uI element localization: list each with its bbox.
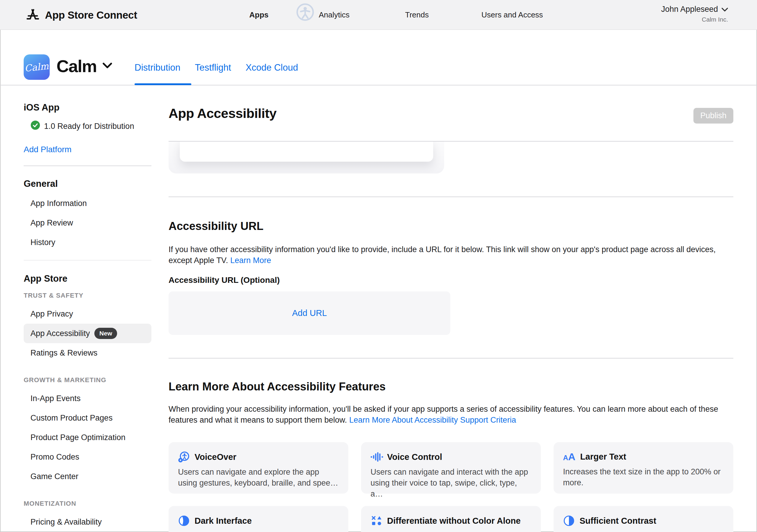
version-status[interactable]: 1.0 Ready for Distribution (24, 121, 151, 132)
feature-card-larger-text: AA Larger Text Increases the text size i… (554, 442, 733, 493)
top-navigation-bar: App Store Connect Apps Analytics Trends … (0, 0, 757, 30)
sidebar-item-label: In-App Events (30, 394, 81, 403)
voiceover-icon (178, 451, 190, 463)
page-title: App Accessibility (168, 106, 277, 121)
feature-card-dark-interface: Dark Interface (168, 506, 348, 532)
chevron-down-icon (103, 63, 112, 70)
sidebar-platform-heading: iOS App (24, 102, 151, 113)
voice-control-icon (371, 451, 382, 463)
chevron-down-icon (721, 5, 728, 14)
brand-title: App Store Connect (45, 9, 137, 21)
sidebar-item-label: Ratings & Reviews (30, 348, 98, 358)
account-org: Calm Inc. (661, 16, 728, 23)
sidebar-item-label: App Accessibility (30, 329, 90, 338)
feature-card-body: Increases the text size in the app to 20… (563, 466, 724, 488)
feature-card-title: Differentiate without Color Alone (387, 516, 521, 526)
app-name: Calm (56, 56, 97, 76)
add-platform-link[interactable]: Add Platform (24, 145, 151, 154)
sidebar-divider (24, 260, 151, 261)
differentiate-without-color-icon (371, 515, 382, 527)
main-content: App Accessibility Publish Accessibility … (168, 30, 733, 532)
nav-item-users-and-access[interactable]: Users and Access (481, 0, 543, 30)
sidebar-item-custom-product-pages[interactable]: Custom Product Pages (24, 408, 151, 428)
account-menu[interactable]: John Appleseed Calm Inc. (661, 5, 728, 23)
sidebar-group-growth-marketing: GROWTH & MARKETING (24, 376, 151, 384)
sidebar-item-label: App Review (30, 219, 73, 227)
sidebar-item-label: Custom Product Pages (30, 413, 113, 423)
calm-app-icon-script: Calm (24, 61, 49, 74)
add-url-link[interactable]: Add URL (292, 308, 327, 318)
feature-card-voiceover: VoiceOver Users can navigate and explore… (168, 442, 348, 493)
app-store-connect-logo-icon (26, 8, 40, 22)
accessibility-url-field-label: Accessibility URL (Optional) (168, 276, 280, 285)
account-name: John Appleseed (661, 5, 718, 14)
sidebar-group-monetization: MONETIZATION (24, 500, 151, 508)
sidebar-item-app-review[interactable]: App Review (24, 213, 151, 233)
sidebar-section-general: General (24, 179, 151, 189)
sidebar-item-label: App Information (30, 199, 87, 208)
sidebar-item-label: Product Page Optimization (30, 433, 125, 442)
feature-card-title: Sufficient Contrast (580, 516, 656, 526)
larger-text-icon: AA (563, 451, 575, 462)
accessibility-url-description: If you have other accessibility informat… (168, 244, 733, 266)
dark-interface-icon (178, 515, 190, 527)
section-divider (168, 196, 733, 197)
sidebar-group-trust-safety: TRUST & SAFETY (24, 292, 151, 299)
sidebar-item-promo-codes[interactable]: Promo Codes (24, 447, 151, 467)
nav-item-trends[interactable]: Trends (405, 0, 429, 30)
accessibility-url-dropzone[interactable]: Add URL (168, 291, 450, 335)
sidebar-item-product-page-optimization[interactable]: Product Page Optimization (24, 428, 151, 447)
sufficient-contrast-icon (563, 515, 575, 527)
feature-card-differentiate-without-color: Differentiate without Color Alone (361, 506, 541, 532)
sidebar-item-app-accessibility[interactable]: App Accessibility New (24, 324, 151, 343)
features-heading: Learn More About Accessibility Features (168, 380, 386, 393)
sidebar-item-in-app-events[interactable]: In-App Events (24, 389, 151, 408)
learn-more-link[interactable]: Learn More (230, 256, 271, 265)
sidebar-item-history[interactable]: History (24, 233, 151, 252)
sidebar-item-app-privacy[interactable]: App Privacy (24, 304, 151, 324)
scrolled-preview-card (180, 142, 433, 162)
feature-card-title: VoiceOver (195, 452, 236, 462)
green-check-icon (31, 121, 40, 132)
sidebar-divider (24, 165, 151, 166)
feature-card-sufficient-contrast: Sufficient Contrast (554, 506, 733, 532)
sidebar-item-label: Pricing & Availability (30, 517, 102, 527)
feature-card-title: Voice Control (387, 452, 442, 462)
sidebar-item-game-center[interactable]: Game Center (24, 467, 151, 486)
nav-item-apps[interactable]: Apps (249, 0, 268, 30)
sidebar-section-app-store: App Store (24, 273, 151, 284)
sidebar-item-label: History (30, 238, 55, 247)
sidebar: iOS App 1.0 Ready for Distribution Add P… (24, 102, 151, 532)
features-description: When providing your accessibility inform… (168, 404, 733, 426)
sidebar-item-label: Game Center (30, 472, 78, 481)
sidebar-item-label: App Privacy (30, 310, 73, 319)
nav-item-analytics[interactable]: Analytics (319, 0, 349, 30)
app-switcher[interactable]: Calm (56, 56, 112, 76)
feature-card-title: Larger Text (580, 452, 626, 462)
publish-button[interactable]: Publish (693, 108, 733, 124)
feature-card-voice-control: Voice Control Users can navigate and int… (361, 442, 541, 493)
feature-card-title: Dark Interface (195, 516, 252, 526)
feature-card-body: Users can navigate and interact with the… (371, 467, 531, 499)
sidebar-item-pricing-availability[interactable]: Pricing & Availability (24, 512, 151, 532)
version-status-label: 1.0 Ready for Distribution (44, 122, 134, 131)
feature-card-body: Users can navigate and explore the app u… (178, 467, 339, 488)
feature-cards-grid: VoiceOver Users can navigate and explore… (168, 442, 733, 532)
scrolled-preview-panel (168, 142, 444, 173)
accessibility-url-heading: Accessibility URL (168, 220, 263, 233)
sidebar-item-app-information[interactable]: App Information (24, 194, 151, 213)
sidebar-item-ratings-reviews[interactable]: Ratings & Reviews (24, 343, 151, 363)
support-criteria-link[interactable]: Learn More About Accessibility Support C… (349, 416, 516, 425)
accessibility-watermark-icon (294, 2, 318, 28)
app-store-connect-window: App Store Connect Apps Analytics Trends … (0, 0, 757, 532)
active-tab-indicator (135, 83, 191, 85)
calm-app-icon: Calm (24, 54, 50, 80)
new-badge: New (94, 328, 117, 339)
sidebar-item-label: Promo Codes (30, 453, 79, 462)
brand[interactable]: App Store Connect (26, 0, 137, 30)
section-divider (168, 358, 733, 359)
